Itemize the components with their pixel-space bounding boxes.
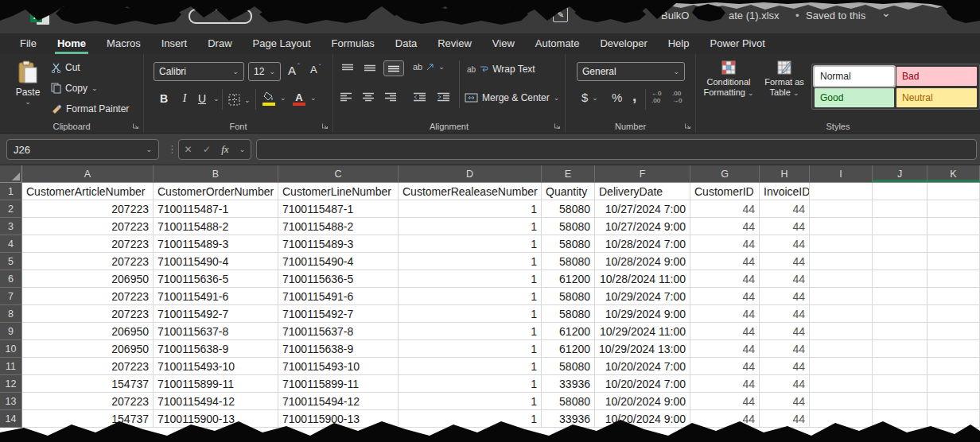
- cell-J9[interactable]: [873, 323, 928, 340]
- cell-D5[interactable]: 1: [399, 253, 542, 270]
- cell-F1[interactable]: DeliveryDate: [595, 183, 690, 200]
- cell-B8[interactable]: 7100115492-7: [154, 305, 278, 323]
- cell-G14[interactable]: 44: [690, 410, 760, 428]
- cell-H14[interactable]: 44: [760, 410, 810, 428]
- cell-H12[interactable]: 44: [760, 375, 810, 393]
- borders-button[interactable]: ⌄: [228, 94, 251, 106]
- select-all-corner[interactable]: [0, 165, 22, 183]
- cell-K10[interactable]: [928, 340, 980, 358]
- orientation-button[interactable]: ab ⌄: [413, 62, 445, 72]
- decrease-indent-button[interactable]: [413, 92, 426, 102]
- cell-J13[interactable]: [873, 393, 928, 410]
- percent-style-button[interactable]: %: [612, 91, 622, 104]
- cell-D11[interactable]: 1: [399, 358, 542, 375]
- cell-G10[interactable]: 44: [690, 340, 760, 358]
- cell-K4[interactable]: [928, 235, 980, 253]
- cell-C7[interactable]: 7100115491-6: [278, 288, 399, 305]
- cell-H4[interactable]: 44: [760, 235, 810, 253]
- cell-style-bad[interactable]: Bad: [896, 67, 977, 86]
- cell-D14[interactable]: 1: [399, 410, 542, 428]
- underline-button[interactable]: U ⌄: [195, 92, 220, 105]
- tab-page-layout[interactable]: Page Layout: [243, 33, 321, 54]
- pencil-icon[interactable]: ✎: [553, 7, 568, 22]
- conditional-formatting-button[interactable]: Conditional Formatting ⌄: [702, 60, 755, 99]
- font-name-combobox[interactable]: Calibri ⌄: [154, 62, 244, 81]
- cell-K11[interactable]: [928, 358, 980, 375]
- cell-K8[interactable]: [928, 305, 980, 323]
- cell-style-neutral[interactable]: Neutral: [896, 88, 977, 107]
- cell-G4[interactable]: 44: [690, 235, 760, 253]
- cell-F13[interactable]: 10/20/2024 9:00: [595, 393, 690, 410]
- tab-macros[interactable]: Macros: [96, 33, 151, 54]
- font-color-chevron-icon[interactable]: ⌄: [310, 94, 317, 102]
- cell-I12[interactable]: [810, 375, 873, 393]
- cell-K12[interactable]: [928, 375, 980, 393]
- column-header-J[interactable]: J: [873, 165, 928, 183]
- cell-I9[interactable]: [810, 323, 873, 340]
- cell-F11[interactable]: 10/20/2024 7:00: [595, 358, 690, 375]
- cell-J4[interactable]: [873, 235, 928, 253]
- cell-J8[interactable]: [873, 305, 928, 323]
- cell-E2[interactable]: 58080: [542, 200, 595, 218]
- decrease-font-size-button[interactable]: Aˇ: [310, 64, 324, 76]
- cell-E12[interactable]: 33936: [542, 375, 595, 393]
- column-header-E[interactable]: E: [542, 165, 595, 183]
- cell-F2[interactable]: 10/27/2024 7:00: [595, 200, 690, 218]
- cell-C6[interactable]: 7100115636-5: [278, 270, 399, 288]
- cell-J12[interactable]: [873, 375, 928, 393]
- cell-F12[interactable]: 10/20/2024 7:00: [595, 375, 690, 393]
- column-header-A[interactable]: A: [22, 165, 154, 183]
- align-top-button[interactable]: [341, 64, 354, 73]
- tab-home[interactable]: Home: [47, 33, 96, 54]
- row-header-4[interactable]: 4: [0, 235, 22, 253]
- row-header-10[interactable]: 10: [0, 340, 22, 358]
- increase-decimal-button[interactable]: ←0.00: [651, 90, 661, 104]
- font-size-combobox[interactable]: 12 ⌄: [248, 62, 281, 81]
- formula-bar-grip[interactable]: ⋮: [167, 143, 177, 155]
- tab-data[interactable]: Data: [385, 33, 427, 54]
- cell-E11[interactable]: 58080: [542, 358, 595, 375]
- cell-E4[interactable]: 58080: [542, 235, 595, 253]
- cell-B1[interactable]: CustomerOrderNumber: [154, 183, 278, 200]
- formula-input[interactable]: [256, 139, 977, 160]
- cell-D10[interactable]: 1: [399, 340, 542, 358]
- cell-C14[interactable]: 7100115900-13: [278, 410, 399, 428]
- row-header-5[interactable]: 5: [0, 253, 22, 270]
- cell-A6[interactable]: 206950: [22, 270, 154, 288]
- insert-function-button[interactable]: fx: [221, 143, 228, 156]
- cell-F9[interactable]: 10/29/2024 11:00: [595, 323, 690, 340]
- cell-J1[interactable]: [873, 183, 928, 200]
- cell-D9[interactable]: 1: [399, 323, 542, 340]
- name-box-chevron-icon[interactable]: ⌄: [146, 145, 152, 153]
- cell-F8[interactable]: 10/29/2024 9:00: [595, 305, 690, 323]
- comma-style-button[interactable]: ,: [632, 87, 636, 105]
- cell-J2[interactable]: [873, 200, 928, 218]
- row-header-14[interactable]: 14: [0, 410, 22, 428]
- format-as-table-button[interactable]: Format as Table ⌄: [758, 60, 811, 99]
- cell-C1[interactable]: CustomerLineNumber: [278, 183, 399, 200]
- cell-G3[interactable]: 44: [690, 218, 760, 235]
- column-header-I[interactable]: I: [810, 165, 873, 183]
- cell-B14[interactable]: 7100115900-13: [154, 410, 278, 428]
- cell-F10[interactable]: 10/29/2024 13:00: [595, 340, 690, 358]
- cell-H9[interactable]: 44: [760, 323, 810, 340]
- fx-chevron-icon[interactable]: ⌄: [239, 145, 246, 153]
- cell-E7[interactable]: 58080: [542, 288, 595, 305]
- row-header-11[interactable]: 11: [0, 358, 22, 375]
- cell-H3[interactable]: 44: [760, 218, 810, 235]
- cell-C11[interactable]: 7100115493-10: [278, 358, 399, 375]
- orientation-chevron-icon[interactable]: ⌄: [438, 63, 445, 71]
- cell-J3[interactable]: [873, 218, 928, 235]
- cell-I10[interactable]: [810, 340, 873, 358]
- merge-chevron-icon[interactable]: ⌄: [554, 94, 560, 102]
- cell-I6[interactable]: [810, 270, 873, 288]
- name-box[interactable]: J26 ⌄: [6, 139, 159, 160]
- cell-B5[interactable]: 7100115490-4: [154, 253, 278, 270]
- cell-F6[interactable]: 10/28/2024 11:00: [595, 270, 690, 288]
- cell-D3[interactable]: 1: [399, 218, 542, 235]
- tab-draw[interactable]: Draw: [197, 33, 242, 54]
- cell-A3[interactable]: 207223: [22, 218, 154, 235]
- cell-A10[interactable]: 206950: [22, 340, 154, 358]
- clipboard-dialog-launcher-icon[interactable]: [132, 122, 139, 130]
- cell-E10[interactable]: 61200: [542, 340, 595, 358]
